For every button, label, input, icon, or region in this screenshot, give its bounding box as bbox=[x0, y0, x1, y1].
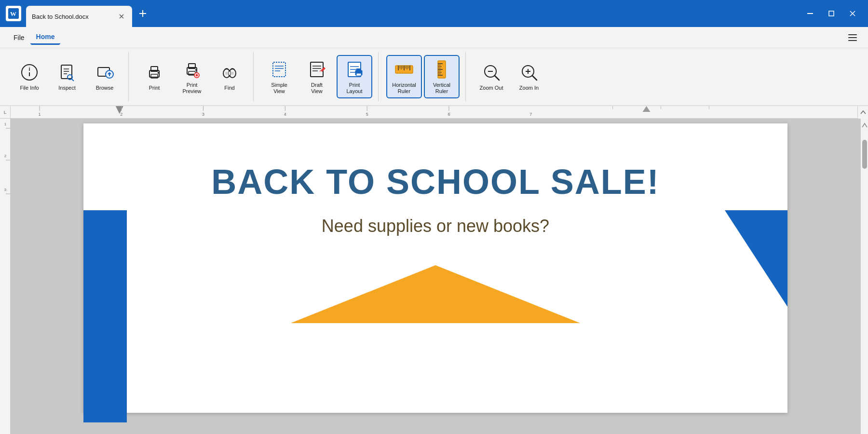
orange-decoration-container bbox=[83, 265, 787, 323]
orange-triangle-decoration bbox=[291, 265, 580, 323]
svg-text:W: W bbox=[10, 10, 16, 17]
ribbon-group-rulers: Horizontal Ruler Ver bbox=[380, 52, 466, 101]
svg-rect-7 bbox=[829, 11, 834, 16]
print-layout-icon bbox=[344, 59, 365, 80]
restore-button[interactable] bbox=[822, 6, 841, 21]
zoom-out-label: Zoom Out bbox=[480, 85, 503, 91]
svg-rect-41 bbox=[311, 62, 323, 77]
svg-text:6: 6 bbox=[448, 112, 450, 117]
horizontal-ruler-button[interactable]: Horizontal Ruler bbox=[386, 55, 422, 98]
svg-text:5: 5 bbox=[366, 112, 368, 117]
print-button[interactable]: Print bbox=[136, 55, 172, 98]
print-icon bbox=[144, 62, 165, 83]
browse-icon bbox=[94, 62, 115, 83]
svg-rect-53 bbox=[356, 73, 361, 76]
zoom-out-button[interactable]: Zoom Out bbox=[474, 55, 509, 98]
app-logo: W bbox=[6, 6, 21, 21]
svg-text:2: 2 bbox=[4, 154, 7, 158]
ribbon-group-print: Print Print Preview bbox=[131, 52, 254, 101]
hamburger-menu[interactable] bbox=[845, 30, 860, 45]
vertical-ruler-label: Vertical Ruler bbox=[433, 82, 450, 95]
svg-text:1: 1 bbox=[38, 112, 41, 117]
svg-rect-13 bbox=[61, 65, 72, 79]
svg-rect-81 bbox=[11, 106, 857, 118]
draft-view-icon bbox=[306, 59, 327, 80]
inspect-button[interactable]: Inspect bbox=[49, 55, 85, 98]
file-info-label: File Info bbox=[20, 85, 39, 91]
zoom-in-icon bbox=[518, 62, 540, 83]
window-controls bbox=[800, 6, 862, 21]
svg-line-15 bbox=[72, 79, 74, 81]
svg-rect-52 bbox=[356, 68, 361, 71]
minimize-button[interactable] bbox=[800, 6, 820, 21]
print-label: Print bbox=[149, 85, 160, 91]
simple-view-icon bbox=[269, 59, 290, 80]
find-label: Find bbox=[224, 85, 234, 91]
find-button[interactable]: Find bbox=[212, 55, 247, 98]
file-info-button[interactable]: i File Info bbox=[12, 55, 47, 98]
print-preview-label: Print Preview bbox=[182, 82, 201, 95]
svg-text:3: 3 bbox=[202, 112, 204, 117]
inspect-icon bbox=[56, 62, 78, 83]
svg-rect-37 bbox=[273, 62, 285, 77]
simple-view-button[interactable]: Simple View bbox=[261, 55, 297, 98]
browse-label: Browse bbox=[96, 85, 114, 91]
print-layout-label: Print Layout bbox=[346, 82, 362, 95]
zoom-out-icon bbox=[481, 62, 502, 83]
horizontal-ruler-bar: 1 2 3 4 5 6 7 bbox=[11, 106, 857, 118]
vertical-scrollbar[interactable] bbox=[860, 119, 868, 434]
menu-bar-right bbox=[845, 30, 860, 45]
svg-text:2: 2 bbox=[120, 112, 122, 117]
svg-line-80 bbox=[532, 76, 537, 80]
vertical-ruler-bar: 1 2 3 bbox=[0, 119, 11, 434]
svg-point-36 bbox=[231, 72, 234, 75]
main-area: 1 2 3 BACK TO SCHOOL SALE! Need supplies… bbox=[0, 119, 868, 434]
document-area: BACK TO SCHOOL SALE! Need supplies or ne… bbox=[11, 119, 860, 434]
svg-point-25 bbox=[158, 72, 159, 74]
vertical-ruler-button[interactable]: Vertical Ruler bbox=[424, 55, 460, 98]
print-layout-button[interactable]: Print Layout bbox=[337, 55, 372, 98]
ruler-label: L bbox=[4, 110, 7, 115]
ruler-corner: L bbox=[0, 106, 11, 118]
svg-rect-34 bbox=[229, 71, 231, 75]
menu-home[interactable]: Home bbox=[30, 30, 61, 45]
menu-file[interactable]: File bbox=[8, 31, 30, 44]
svg-point-31 bbox=[196, 74, 198, 76]
horizontal-ruler-icon bbox=[393, 59, 415, 80]
find-icon bbox=[219, 62, 240, 83]
print-preview-icon bbox=[181, 59, 203, 80]
scrollbar-thumb[interactable] bbox=[862, 140, 867, 169]
close-button[interactable] bbox=[843, 6, 862, 21]
svg-text:i: i bbox=[28, 66, 30, 72]
draft-view-label: Draft View bbox=[311, 82, 323, 95]
svg-rect-100 bbox=[0, 119, 11, 434]
svg-point-35 bbox=[225, 72, 228, 75]
zoom-in-button[interactable]: Zoom In bbox=[511, 55, 547, 98]
ribbon-group-zoom: Zoom Out Zoom In bbox=[468, 52, 553, 101]
tab-area: Back to School.docx bbox=[26, 0, 800, 27]
menu-bar: File Home bbox=[0, 27, 868, 48]
title-bar: W Back to School.docx bbox=[0, 0, 868, 27]
tab-close-button[interactable] bbox=[117, 12, 126, 21]
svg-text:1: 1 bbox=[4, 122, 7, 126]
ruler-collapse-button[interactable] bbox=[857, 106, 868, 119]
draft-view-button[interactable]: Draft View bbox=[299, 55, 335, 98]
inspect-label: Inspect bbox=[58, 85, 75, 91]
browse-button[interactable]: Browse bbox=[87, 55, 122, 98]
svg-point-29 bbox=[195, 69, 197, 70]
tab-title: Back to School.docx bbox=[32, 13, 113, 20]
svg-line-46 bbox=[320, 70, 321, 71]
new-tab-button[interactable] bbox=[134, 5, 151, 22]
svg-text:7: 7 bbox=[529, 112, 532, 117]
horizontal-ruler-container: L 1 2 3 4 5 6 7 bbox=[0, 106, 868, 119]
ribbon-group-view: Simple View Draft View bbox=[256, 52, 379, 101]
file-info-icon: i bbox=[19, 62, 40, 83]
svg-line-76 bbox=[495, 76, 499, 80]
ribbon: i File Info Inspect bbox=[0, 48, 868, 106]
svg-text:3: 3 bbox=[4, 188, 7, 192]
print-preview-button[interactable]: Print Preview bbox=[174, 55, 210, 98]
ribbon-group-info: i File Info Inspect bbox=[6, 52, 129, 101]
document-subtitle: Need supplies or new books? bbox=[83, 211, 787, 265]
document-tab[interactable]: Back to School.docx bbox=[26, 6, 132, 27]
horizontal-ruler-label: Horizontal Ruler bbox=[392, 82, 416, 95]
